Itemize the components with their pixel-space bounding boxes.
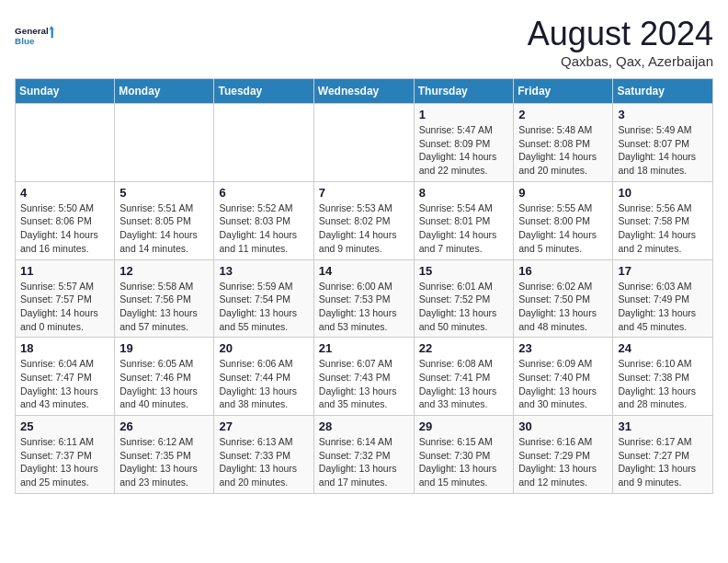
calendar-cell: 16Sunrise: 6:02 AMSunset: 7:50 PMDayligh… bbox=[514, 259, 613, 338]
day-number: 15 bbox=[419, 264, 509, 278]
calendar-cell: 12Sunrise: 5:58 AMSunset: 7:56 PMDayligh… bbox=[115, 259, 214, 338]
day-info: Sunrise: 6:06 AMSunset: 7:44 PMDaylight:… bbox=[219, 357, 308, 411]
day-number: 9 bbox=[518, 186, 608, 200]
calendar-cell: 13Sunrise: 5:59 AMSunset: 7:54 PMDayligh… bbox=[214, 259, 313, 338]
calendar-cell: 22Sunrise: 6:08 AMSunset: 7:41 PMDayligh… bbox=[414, 338, 514, 416]
calendar-week-1: 1Sunrise: 5:47 AMSunset: 8:09 PMDaylight… bbox=[16, 104, 713, 182]
day-number: 30 bbox=[518, 419, 608, 433]
day-info: Sunrise: 6:15 AMSunset: 7:30 PMDaylight:… bbox=[419, 435, 509, 489]
day-info: Sunrise: 5:59 AMSunset: 7:54 PMDaylight:… bbox=[219, 280, 308, 334]
day-info: Sunrise: 5:48 AMSunset: 8:08 PMDaylight:… bbox=[518, 123, 608, 178]
day-number: 11 bbox=[20, 264, 109, 278]
day-number: 26 bbox=[119, 419, 209, 433]
day-number: 23 bbox=[518, 341, 608, 355]
calendar-cell: 8Sunrise: 5:54 AMSunset: 8:01 PMDaylight… bbox=[414, 181, 514, 259]
day-info: Sunrise: 5:49 AMSunset: 8:07 PMDaylight:… bbox=[618, 123, 708, 178]
day-info: Sunrise: 5:52 AMSunset: 8:03 PMDaylight:… bbox=[219, 201, 308, 256]
day-info: Sunrise: 6:08 AMSunset: 7:41 PMDaylight:… bbox=[419, 357, 509, 411]
weekday-header-wednesday: Wednesday bbox=[313, 79, 414, 104]
svg-text:General: General bbox=[15, 26, 49, 36]
day-info: Sunrise: 5:56 AMSunset: 7:58 PMDaylight:… bbox=[618, 201, 708, 256]
calendar-cell: 27Sunrise: 6:13 AMSunset: 7:33 PMDayligh… bbox=[214, 416, 313, 494]
calendar-cell: 23Sunrise: 6:09 AMSunset: 7:40 PMDayligh… bbox=[514, 338, 613, 416]
calendar-cell bbox=[214, 104, 313, 182]
calendar-cell: 26Sunrise: 6:12 AMSunset: 7:35 PMDayligh… bbox=[115, 416, 214, 494]
calendar-cell: 7Sunrise: 5:53 AMSunset: 8:02 PMDaylight… bbox=[313, 181, 414, 259]
day-number: 31 bbox=[618, 419, 708, 433]
location-subtitle: Qaxbas, Qax, Azerbaijan bbox=[528, 53, 713, 69]
day-number: 8 bbox=[419, 186, 509, 200]
calendar-cell: 21Sunrise: 6:07 AMSunset: 7:43 PMDayligh… bbox=[313, 338, 414, 416]
day-number: 17 bbox=[618, 264, 708, 278]
day-info: Sunrise: 6:05 AMSunset: 7:46 PMDaylight:… bbox=[119, 357, 209, 411]
calendar-cell: 28Sunrise: 6:14 AMSunset: 7:32 PMDayligh… bbox=[313, 416, 414, 494]
day-number: 18 bbox=[20, 341, 109, 355]
weekday-header-monday: Monday bbox=[115, 79, 214, 104]
day-number: 13 bbox=[219, 264, 308, 278]
day-info: Sunrise: 6:13 AMSunset: 7:33 PMDaylight:… bbox=[219, 435, 308, 489]
calendar-cell: 15Sunrise: 6:01 AMSunset: 7:52 PMDayligh… bbox=[414, 259, 514, 338]
day-info: Sunrise: 5:58 AMSunset: 7:56 PMDaylight:… bbox=[119, 280, 209, 334]
calendar-cell: 11Sunrise: 5:57 AMSunset: 7:57 PMDayligh… bbox=[16, 259, 115, 338]
day-info: Sunrise: 5:50 AMSunset: 8:06 PMDaylight:… bbox=[20, 201, 109, 256]
weekday-header-thursday: Thursday bbox=[414, 79, 514, 104]
calendar-cell: 31Sunrise: 6:17 AMSunset: 7:27 PMDayligh… bbox=[613, 416, 713, 494]
day-info: Sunrise: 6:02 AMSunset: 7:50 PMDaylight:… bbox=[518, 280, 608, 334]
weekday-header-row: SundayMondayTuesdayWednesdayThursdayFrid… bbox=[16, 79, 713, 104]
day-info: Sunrise: 6:09 AMSunset: 7:40 PMDaylight:… bbox=[518, 357, 608, 411]
logo-icon: General Blue bbox=[15, 15, 55, 55]
svg-marker-2 bbox=[49, 26, 55, 38]
day-number: 24 bbox=[618, 341, 708, 355]
weekday-header-tuesday: Tuesday bbox=[214, 79, 313, 104]
calendar-week-4: 18Sunrise: 6:04 AMSunset: 7:47 PMDayligh… bbox=[16, 338, 713, 416]
calendar-table: SundayMondayTuesdayWednesdayThursdayFrid… bbox=[15, 78, 713, 494]
day-info: Sunrise: 6:12 AMSunset: 7:35 PMDaylight:… bbox=[119, 435, 209, 489]
weekday-header-saturday: Saturday bbox=[613, 79, 713, 104]
calendar-cell: 25Sunrise: 6:11 AMSunset: 7:37 PMDayligh… bbox=[16, 416, 115, 494]
calendar-week-5: 25Sunrise: 6:11 AMSunset: 7:37 PMDayligh… bbox=[16, 416, 713, 494]
day-number: 29 bbox=[419, 419, 509, 433]
calendar-cell: 3Sunrise: 5:49 AMSunset: 8:07 PMDaylight… bbox=[613, 104, 713, 182]
day-info: Sunrise: 5:55 AMSunset: 8:00 PMDaylight:… bbox=[518, 201, 608, 256]
page-header: General Blue August 2024 Qaxbas, Qax, Az… bbox=[15, 15, 713, 69]
calendar-cell: 10Sunrise: 5:56 AMSunset: 7:58 PMDayligh… bbox=[613, 181, 713, 259]
calendar-cell: 4Sunrise: 5:50 AMSunset: 8:06 PMDaylight… bbox=[16, 181, 115, 259]
calendar-cell: 6Sunrise: 5:52 AMSunset: 8:03 PMDaylight… bbox=[214, 181, 313, 259]
day-info: Sunrise: 5:57 AMSunset: 7:57 PMDaylight:… bbox=[20, 280, 109, 334]
day-number: 16 bbox=[518, 264, 608, 278]
calendar-week-2: 4Sunrise: 5:50 AMSunset: 8:06 PMDaylight… bbox=[16, 181, 713, 259]
day-info: Sunrise: 6:14 AMSunset: 7:32 PMDaylight:… bbox=[319, 435, 409, 489]
day-number: 3 bbox=[618, 108, 708, 121]
day-info: Sunrise: 6:03 AMSunset: 7:49 PMDaylight:… bbox=[618, 280, 708, 334]
calendar-cell bbox=[115, 104, 214, 182]
day-number: 2 bbox=[518, 108, 608, 121]
day-info: Sunrise: 6:16 AMSunset: 7:29 PMDaylight:… bbox=[518, 435, 608, 489]
day-number: 25 bbox=[20, 419, 109, 433]
day-number: 7 bbox=[319, 186, 409, 200]
day-info: Sunrise: 5:47 AMSunset: 8:09 PMDaylight:… bbox=[419, 123, 509, 178]
logo: General Blue bbox=[15, 15, 55, 55]
calendar-cell: 17Sunrise: 6:03 AMSunset: 7:49 PMDayligh… bbox=[613, 259, 713, 338]
day-info: Sunrise: 6:07 AMSunset: 7:43 PMDaylight:… bbox=[319, 357, 409, 411]
day-info: Sunrise: 6:11 AMSunset: 7:37 PMDaylight:… bbox=[20, 435, 109, 489]
svg-text:Blue: Blue bbox=[15, 36, 35, 46]
calendar-cell: 2Sunrise: 5:48 AMSunset: 8:08 PMDaylight… bbox=[514, 104, 613, 182]
calendar-cell: 29Sunrise: 6:15 AMSunset: 7:30 PMDayligh… bbox=[414, 416, 514, 494]
calendar-cell: 1Sunrise: 5:47 AMSunset: 8:09 PMDaylight… bbox=[414, 104, 514, 182]
calendar-week-3: 11Sunrise: 5:57 AMSunset: 7:57 PMDayligh… bbox=[16, 259, 713, 338]
calendar-cell bbox=[313, 104, 414, 182]
month-year-title: August 2024 bbox=[528, 15, 713, 53]
day-info: Sunrise: 6:00 AMSunset: 7:53 PMDaylight:… bbox=[319, 280, 409, 334]
day-number: 27 bbox=[219, 419, 308, 433]
day-number: 14 bbox=[319, 264, 409, 278]
weekday-header-friday: Friday bbox=[514, 79, 613, 104]
day-info: Sunrise: 5:53 AMSunset: 8:02 PMDaylight:… bbox=[319, 201, 409, 256]
calendar-cell bbox=[16, 104, 115, 182]
day-info: Sunrise: 5:54 AMSunset: 8:01 PMDaylight:… bbox=[419, 201, 509, 256]
calendar-cell: 24Sunrise: 6:10 AMSunset: 7:38 PMDayligh… bbox=[613, 338, 713, 416]
day-number: 28 bbox=[319, 419, 409, 433]
day-number: 19 bbox=[119, 341, 209, 355]
day-number: 4 bbox=[20, 186, 109, 200]
calendar-cell: 5Sunrise: 5:51 AMSunset: 8:05 PMDaylight… bbox=[115, 181, 214, 259]
day-info: Sunrise: 6:10 AMSunset: 7:38 PMDaylight:… bbox=[618, 357, 708, 411]
